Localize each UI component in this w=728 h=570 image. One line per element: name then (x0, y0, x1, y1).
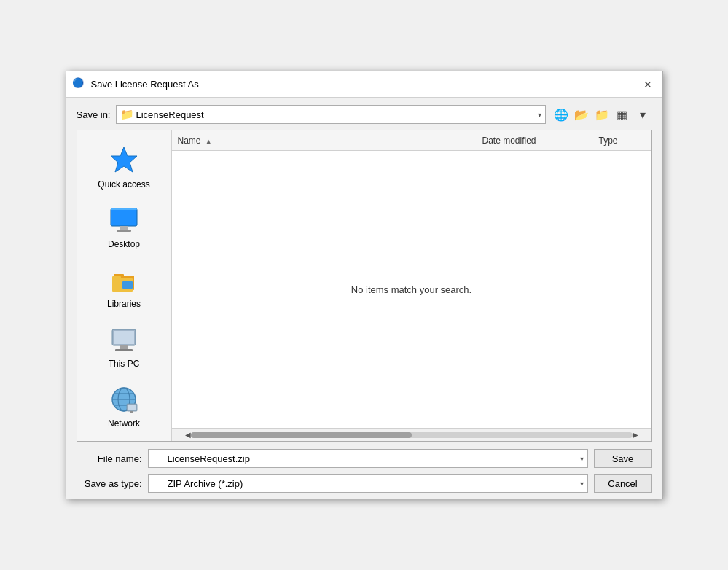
file-name-label: File name: (77, 453, 142, 464)
svg-rect-2 (111, 208, 137, 210)
scroll-left-btn[interactable]: ◀ (185, 431, 191, 439)
view-btn[interactable]: ▦ (613, 105, 632, 124)
save-in-select[interactable]: LicenseRequest (116, 105, 545, 124)
svg-rect-21 (130, 411, 133, 413)
sidebar-item-desktop[interactable]: Desktop (84, 198, 164, 254)
svg-rect-11 (114, 331, 134, 344)
scrollbar-area: ◀ ▶ (172, 428, 651, 441)
save-as-type-select[interactable]: ZIP Archive (*.zip) (148, 474, 588, 493)
desktop-icon (106, 203, 141, 238)
svg-rect-9 (122, 281, 133, 289)
sidebar: Quick access Desktop (77, 130, 172, 441)
new-folder-btn[interactable]: 📁 (592, 105, 611, 124)
cancel-button[interactable]: Cancel (594, 474, 652, 493)
save-in-wrapper: 📁 LicenseRequest ▾ (116, 105, 545, 124)
save-as-type-label: Save as type: (77, 478, 142, 489)
sidebar-item-this-pc[interactable]: This PC (84, 317, 164, 374)
close-button[interactable]: ✕ (639, 76, 657, 93)
col-header-name[interactable]: Name ▲ (172, 133, 477, 149)
title-bar-left: 🔵 Save License Request As (72, 77, 199, 92)
svg-rect-3 (120, 226, 128, 230)
dialog-title: Save License Request As (91, 79, 199, 90)
scrollbar-thumb[interactable] (191, 432, 412, 438)
network-icon (106, 382, 141, 417)
save-button[interactable]: Save (594, 449, 652, 468)
up-one-level-btn[interactable]: 📂 (572, 105, 591, 124)
svg-marker-0 (111, 147, 137, 172)
save-in-row: Save in: 📁 LicenseRequest ▾ 🌐 📂 📁 ▦ ▾ (77, 105, 652, 124)
this-pc-icon (106, 322, 141, 357)
svg-rect-4 (117, 230, 131, 232)
sidebar-item-quick-access[interactable]: Quick access (84, 138, 164, 195)
sidebar-item-network[interactable]: Network (84, 377, 164, 434)
sidebar-item-label-this-pc: This PC (109, 359, 140, 369)
file-list-header: Name ▲ Date modified Type (172, 130, 651, 151)
save-as-type-wrapper: ZIP Archive (*.zip) ▾ (148, 474, 588, 493)
save-in-label: Save in: (77, 109, 111, 120)
libraries-icon (106, 262, 141, 297)
file-list-area: Name ▲ Date modified Type No items match… (172, 130, 651, 441)
file-name-row: File name: LicenseRequest.zip ▾ Save (77, 449, 652, 468)
app-icon: 🔵 (72, 77, 87, 92)
sidebar-item-label-libraries: Libraries (107, 299, 141, 309)
scrollbar-track[interactable] (191, 432, 633, 438)
svg-rect-20 (128, 405, 136, 410)
title-bar: 🔵 Save License Request As ✕ (66, 71, 662, 98)
toolbar-icons: 🌐 📂 📁 ▦ ▾ (552, 105, 652, 124)
recent-locations-btn[interactable]: 🌐 (552, 105, 571, 124)
svg-rect-12 (120, 345, 128, 349)
scroll-right-btn[interactable]: ▶ (633, 431, 638, 439)
quick-access-icon (106, 143, 141, 178)
main-area: Quick access Desktop (77, 130, 652, 442)
file-name-wrapper: LicenseRequest.zip ▾ (148, 449, 588, 468)
sidebar-item-label-network: Network (108, 418, 140, 429)
col-header-date[interactable]: Date modified (477, 133, 593, 149)
save-dialog: 🔵 Save License Request As ✕ Save in: 📁 L… (66, 71, 663, 499)
file-list-content: No items match your search. (172, 151, 651, 428)
view-arrow-btn[interactable]: ▾ (633, 105, 652, 124)
sort-arrow: ▲ (206, 138, 212, 145)
dialog-body: Save in: 📁 LicenseRequest ▾ 🌐 📂 📁 ▦ ▾ (66, 98, 662, 499)
sidebar-item-libraries[interactable]: Libraries (84, 257, 164, 314)
sidebar-item-label-desktop: Desktop (108, 239, 140, 249)
sidebar-item-label-quick-access: Quick access (98, 179, 149, 190)
save-as-type-row: Save as type: ZIP Archive (*.zip) ▾ Canc… (77, 474, 652, 493)
col-header-type[interactable]: Type (593, 133, 651, 149)
svg-rect-8 (112, 276, 121, 280)
svg-rect-1 (111, 208, 137, 226)
empty-message: No items match your search. (351, 284, 471, 295)
file-name-select[interactable]: LicenseRequest.zip (148, 449, 588, 468)
svg-rect-13 (115, 349, 133, 351)
